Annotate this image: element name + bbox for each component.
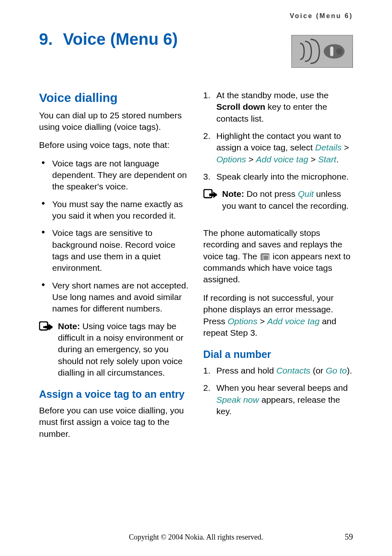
note-block: Note: Do not press Quit unless you want … — [203, 188, 353, 212]
svg-rect-2 — [330, 46, 334, 56]
voice-menu-icon — [291, 35, 353, 68]
chapter-text: Voice (Menu 6) — [63, 30, 178, 48]
menu-add-voice-tag: Add voice tag — [256, 155, 308, 164]
before-paragraph: Before using voice tags, note that: — [39, 139, 189, 151]
assign-paragraph: Before you can use voice dialling, you m… — [39, 405, 189, 440]
note-text: Do not press — [244, 189, 298, 198]
voice-dialling-heading: Voice dialling — [39, 90, 189, 106]
step-number: 2. — [203, 382, 211, 394]
step-number: 3. — [203, 171, 211, 182]
note-arrow-icon — [203, 189, 217, 201]
step-number: 2. — [203, 130, 211, 142]
text: ). — [347, 366, 352, 375]
right-column: 1. At the standby mode, use the Scroll d… — [203, 90, 353, 446]
svg-marker-5 — [49, 324, 53, 330]
scroll-down-key: Scroll down — [217, 102, 265, 111]
copyright-text: Copyright © 2004 Nokia. All rights reser… — [129, 533, 263, 541]
dial-number-heading: Dial a number — [203, 348, 353, 362]
step-text: Speak clearly into the microphone. — [217, 172, 349, 181]
auto-stop-paragraph: The phone automatically stops recording … — [203, 227, 353, 286]
notes-bullets: Voice tags are not language dependent. T… — [39, 158, 189, 315]
menu-options: Options — [217, 155, 246, 164]
step-number: 1. — [203, 365, 211, 376]
sep: > — [341, 143, 349, 152]
content-columns: Voice dialling You can dial up to 25 sto… — [39, 90, 353, 446]
note-body: Note: Do not press Quit unless you want … — [222, 188, 353, 212]
bullet-item: Voice tags are sensitive to background n… — [39, 227, 189, 274]
dial-step-2: 2. When you hear several beeps and Speak… — [203, 382, 353, 417]
text: Press and hold — [217, 366, 277, 375]
menu-quit: Quit — [298, 189, 314, 198]
step-number: 1. — [203, 90, 211, 101]
note-arrow-icon — [39, 321, 53, 334]
spacer — [203, 219, 353, 227]
bullet-item: You must say the name exactly as you sai… — [39, 198, 189, 222]
note-block: Note: Using voice tags may be difficult … — [39, 321, 189, 379]
dial-step-1: 1. Press and hold Contacts (or Go to). — [203, 365, 353, 376]
voice-tag-icon — [261, 253, 270, 261]
menu-go-to: Go to — [326, 366, 347, 375]
text: (or — [310, 366, 325, 375]
note-label: Note: — [58, 321, 80, 331]
step-3: 3. Speak clearly into the microphone. — [203, 171, 353, 182]
assign-steps: 1. At the standby mode, use the Scroll d… — [203, 90, 353, 182]
menu-start: Start — [318, 155, 336, 164]
svg-point-3 — [336, 48, 343, 55]
bullet-item: Voice tags are not language dependent. T… — [39, 158, 189, 193]
menu-details: Details — [315, 143, 341, 152]
intro-paragraph: You can dial up to 25 stored numbers usi… — [39, 110, 189, 133]
sep: > — [257, 316, 267, 326]
menu-add-voice-tag: Add voice tag — [267, 316, 319, 326]
page-footer: Copyright © 2004 Nokia. All rights reser… — [0, 533, 392, 542]
sep: > — [308, 155, 318, 164]
step-text: . — [336, 155, 339, 164]
step-2: 2. Highlight the contact you want to ass… — [203, 130, 353, 165]
menu-speak-now: Speak now — [217, 395, 259, 404]
step-1: 1. At the standby mode, use the Scroll d… — [203, 90, 353, 125]
text: When you hear several beeps and — [217, 383, 348, 392]
fail-paragraph: If recording is not successful, your pho… — [203, 292, 353, 339]
menu-options: Options — [228, 316, 257, 326]
note-body: Note: Using voice tags may be difficult … — [58, 321, 189, 379]
note-label: Note: — [222, 189, 244, 198]
page-number: 59 — [345, 532, 353, 542]
left-column: Voice dialling You can dial up to 25 sto… — [39, 90, 189, 446]
dial-steps: 1. Press and hold Contacts (or Go to). 2… — [203, 365, 353, 417]
bullet-item: Very short names are not accepted. Use l… — [39, 280, 189, 315]
running-header: Voice (Menu 6) — [39, 12, 353, 20]
svg-marker-7 — [213, 191, 217, 198]
sep: > — [246, 155, 256, 164]
chapter-number: 9. — [39, 30, 53, 48]
step-text: At the standby mode, use the — [217, 90, 329, 100]
menu-contacts: Contacts — [276, 366, 310, 375]
assign-voice-tag-heading: Assign a voice tag to an entry — [39, 388, 189, 401]
